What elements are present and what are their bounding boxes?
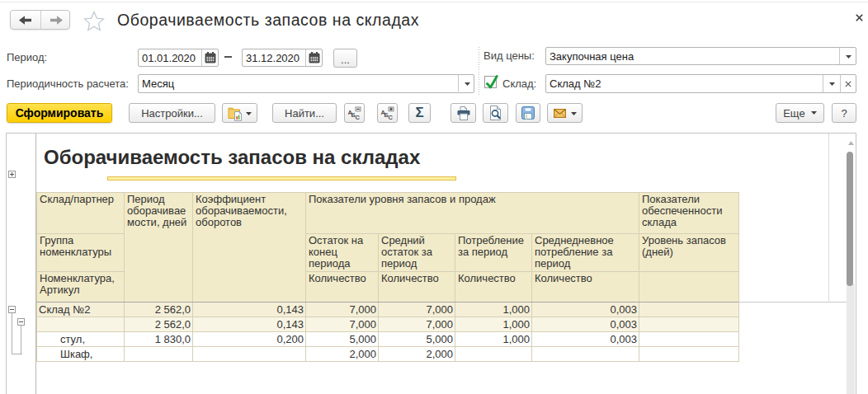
svg-text:С: С <box>389 113 394 120</box>
svg-text:С: С <box>356 113 361 120</box>
